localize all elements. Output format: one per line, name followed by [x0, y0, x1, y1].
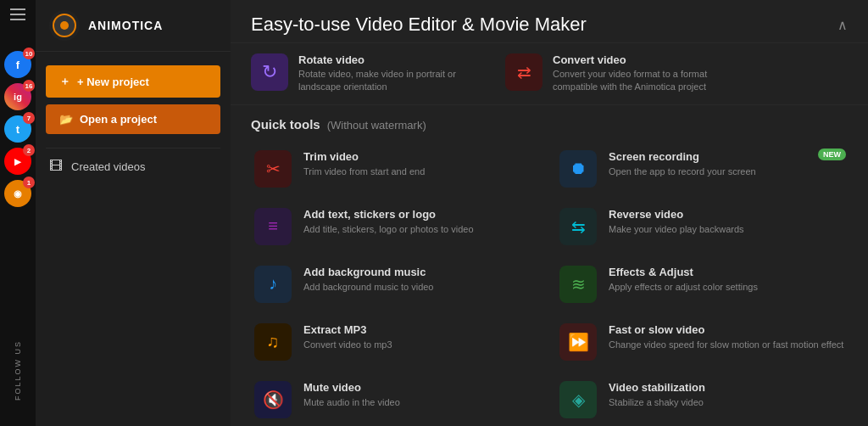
rotate-tool-item[interactable]: ↻ Rotate video Rotate video, make video … [251, 53, 485, 94]
fast-slow-title: Fast or slow video [609, 323, 843, 336]
new-project-label: + New project [77, 76, 149, 88]
instagram-icon[interactable]: ig 16 [4, 83, 31, 110]
logo-text: ANIMOTICA [88, 19, 163, 32]
convert-tool-item[interactable]: ⇄ Convert video Convert your video forma… [505, 53, 739, 94]
facebook-badge: 10 [23, 48, 35, 59]
effects-info: Effects & Adjust Apply effects or adjust… [609, 266, 758, 294]
open-project-button[interactable]: 📂 Open a project [46, 104, 220, 134]
text-stickers-desc: Add title, stickers, logo or photos to v… [303, 223, 474, 236]
text-stickers-info: Add text, stickers or logo Add title, st… [303, 208, 474, 236]
sidebar-header: ANIMOTICA [36, 0, 231, 52]
convert-icon: ⇄ [517, 62, 531, 82]
twitter-icon[interactable]: t 7 [4, 115, 31, 143]
screen-recording-icon: ⏺ [570, 159, 587, 178]
quick-tools-subtitle: (Without watermark) [327, 119, 426, 132]
background-music-info: Add background music Add background musi… [303, 266, 433, 294]
effects-desc: Apply effects or adjust color settings [609, 281, 758, 294]
sidebar: ANIMOTICA ＋ + New project 📂 Open a proje… [36, 0, 231, 426]
fast-slow-icon: ⏩ [568, 332, 589, 352]
top-tools-row: ↻ Rotate video Rotate video, make video … [231, 43, 868, 105]
new-badge: NEW [818, 149, 846, 160]
trim-info: Trim video Trim video from start and end [303, 150, 425, 178]
reverse-icon: ⇆ [571, 216, 586, 237]
rotate-tool-title: Rotate video [298, 53, 485, 66]
rotate-tool-desc: Rotate video, make video in portrait or … [298, 68, 485, 94]
tool-card-mute[interactable]: 🔇 Mute video Mute audio in the video [244, 371, 549, 426]
hamburger-menu[interactable] [10, 8, 25, 20]
tool-card-trim[interactable]: ✂ Trim video Trim video from start and e… [244, 140, 549, 198]
facebook-icon[interactable]: f 10 [4, 51, 31, 78]
stabilization-info: Video stabilization Stabilize a shaky vi… [609, 381, 705, 409]
quick-tools-header: Quick tools (Without watermark) [231, 105, 868, 140]
sidebar-buttons: ＋ + New project 📂 Open a project [36, 52, 231, 148]
extract-mp3-icon-box: ♫ [254, 323, 292, 361]
extract-mp3-title: Extract MP3 [303, 323, 392, 336]
trim-title: Trim video [303, 150, 425, 163]
main-content: Easy-to-use Video Editor & Movie Maker ∧… [231, 0, 868, 426]
reverse-title: Reverse video [609, 208, 744, 221]
stabilization-desc: Stabilize a shaky video [609, 396, 705, 409]
stabilization-title: Video stabilization [609, 381, 705, 394]
convert-tool-info: Convert video Convert your video format … [553, 53, 739, 94]
rotate-icon: ↻ [262, 61, 277, 83]
instagram-badge: 16 [23, 80, 35, 92]
stabilization-icon: ◈ [572, 390, 585, 410]
tool-card-text-stickers[interactable]: ≡ Add text, stickers or logo Add title, … [244, 198, 549, 255]
twitter-badge: 7 [23, 112, 35, 124]
background-music-icon-box: ♪ [254, 266, 292, 303]
youtube-icon[interactable]: ▶ 2 [4, 148, 31, 175]
mute-title: Mute video [303, 381, 400, 394]
mute-icon-box: 🔇 [254, 381, 292, 418]
plus-icon: ＋ [59, 74, 70, 89]
follow-us-label: FOLLOW US [14, 340, 22, 401]
text-stickers-title: Add text, stickers or logo [303, 208, 474, 221]
extract-mp3-icon: ♫ [267, 332, 280, 351]
effects-icon: ≋ [571, 274, 586, 294]
created-videos-label: Created videos [71, 160, 145, 173]
background-music-title: Add background music [303, 266, 433, 278]
effects-icon-box: ≋ [559, 266, 597, 303]
effects-title: Effects & Adjust [609, 266, 758, 278]
tool-card-reverse[interactable]: ⇆ Reverse video Make your video play bac… [549, 198, 854, 255]
extract-mp3-desc: Convert video to mp3 [303, 339, 392, 351]
scroll-up-icon[interactable]: ∧ [837, 17, 848, 33]
tools-grid: ✂ Trim video Trim video from start and e… [231, 140, 868, 426]
text-stickers-icon-box: ≡ [254, 208, 292, 245]
text-stickers-icon: ≡ [268, 216, 278, 236]
screen-recording-title: Screen recording [609, 150, 756, 163]
new-project-button[interactable]: ＋ + New project [46, 65, 220, 98]
background-music-desc: Add background music to video [303, 281, 433, 294]
mute-desc: Mute audio in the video [303, 396, 400, 409]
convert-tool-title: Convert video [553, 53, 739, 66]
convert-icon-box: ⇄ [505, 53, 542, 91]
rss-icon[interactable]: ◉ 1 [4, 180, 31, 207]
trim-icon: ✂ [266, 159, 281, 179]
tool-card-screen-recording[interactable]: ⏺ Screen recording Open the app to recor… [549, 140, 854, 198]
tool-card-stabilization[interactable]: ◈ Video stabilization Stabilize a shaky … [549, 371, 854, 426]
stabilization-icon-box: ◈ [559, 381, 597, 418]
screen-recording-icon-box: ⏺ [559, 150, 597, 188]
quick-tools-title: Quick tools [251, 117, 320, 132]
mute-info: Mute video Mute audio in the video [303, 381, 400, 409]
fast-slow-icon-box: ⏩ [559, 323, 597, 361]
logo-icon [49, 10, 80, 41]
mute-icon: 🔇 [263, 390, 284, 410]
fast-slow-info: Fast or slow video Change video speed fo… [609, 323, 843, 351]
reverse-desc: Make your video play backwards [609, 223, 744, 236]
rotate-icon-box: ↻ [251, 53, 288, 91]
reverse-info: Reverse video Make your video play backw… [609, 208, 744, 236]
video-list-icon: 🎞 [49, 159, 63, 174]
convert-tool-desc: Convert your video format to a format co… [553, 68, 739, 94]
tool-card-effects[interactable]: ≋ Effects & Adjust Apply effects or adju… [549, 255, 854, 313]
tool-card-fast-slow[interactable]: ⏩ Fast or slow video Change video speed … [549, 313, 854, 371]
rss-badge: 1 [23, 177, 35, 188]
tool-card-background-music[interactable]: ♪ Add background music Add background mu… [244, 255, 549, 313]
trim-desc: Trim video from start and end [303, 165, 425, 178]
rotate-tool-info: Rotate video Rotate video, make video in… [298, 53, 485, 94]
created-videos-item[interactable]: 🎞 Created videos [36, 149, 231, 184]
folder-icon: 📂 [59, 113, 73, 126]
page-title: Easy-to-use Video Editor & Movie Maker [251, 14, 587, 36]
screen-recording-info: Screen recording Open the app to record … [609, 150, 756, 178]
open-project-label: Open a project [80, 113, 157, 126]
tool-card-extract-mp3[interactable]: ♫ Extract MP3 Convert video to mp3 [244, 313, 549, 371]
